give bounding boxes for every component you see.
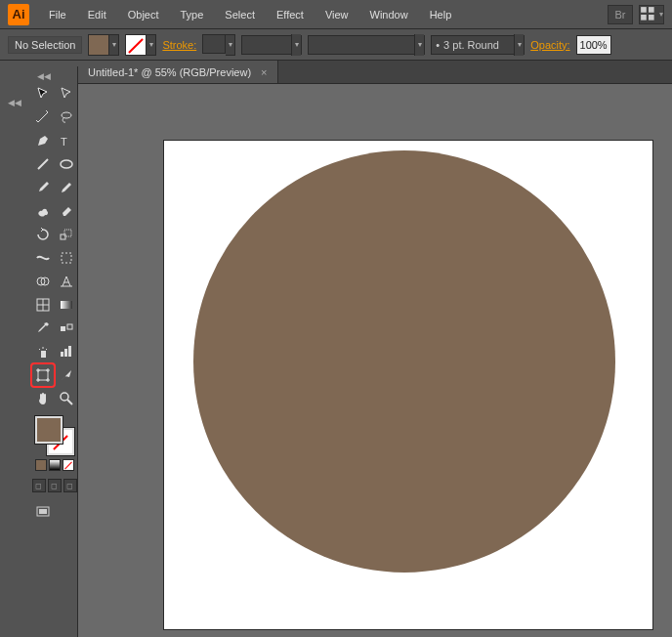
app-illustrator-icon: Ai [8, 4, 29, 25]
close-tab-icon[interactable]: × [261, 66, 267, 78]
menu-select[interactable]: Select [215, 5, 265, 24]
ellipse-shape[interactable] [193, 150, 615, 573]
opacity-label[interactable]: Opacity: [530, 39, 569, 51]
variable-width-profile-dropdown[interactable]: ▾ [241, 35, 302, 55]
magic-wand-tool[interactable] [31, 106, 55, 129]
grid-icon [640, 6, 657, 23]
gradient-tool[interactable] [55, 293, 78, 317]
opacity-value-field[interactable]: 100% [576, 35, 611, 55]
tools-collapse-icon[interactable]: ◀◀ [31, 70, 77, 82]
ellipse-tool[interactable] [55, 152, 78, 176]
menu-window[interactable]: Window [360, 5, 418, 24]
menu-type[interactable]: Type [171, 5, 214, 24]
fill-swatch [88, 34, 109, 56]
menu-effect[interactable]: Effect [267, 5, 314, 24]
screen-mode-buttons [31, 504, 77, 520]
blend-tool[interactable] [55, 317, 78, 340]
dot-icon: • [436, 39, 440, 51]
color-controls: ◻ ◻ ◻ [31, 410, 77, 498]
svg-point-4 [62, 112, 71, 118]
svg-rect-19 [64, 349, 67, 357]
blob-brush-tool[interactable] [31, 199, 55, 223]
svg-rect-0 [641, 7, 647, 13]
svg-text:T: T [61, 136, 67, 148]
shape-builder-tool[interactable] [31, 270, 55, 293]
column-graph-tool[interactable] [55, 340, 78, 363]
svg-rect-16 [67, 324, 72, 329]
hand-tool[interactable] [31, 387, 55, 410]
color-mode-swatches [35, 459, 74, 471]
goto-bridge-button[interactable]: Br [608, 5, 633, 24]
brush-preset-dropdown[interactable]: •3 pt. Round ▾ [431, 35, 525, 55]
svg-line-6 [38, 159, 48, 169]
brush-preset-label: 3 pt. Round [443, 39, 499, 51]
menu-help[interactable]: Help [420, 5, 462, 24]
menu-bar: Ai File Edit Object Type Select Effect V… [0, 0, 672, 29]
fill-color-control[interactable]: ▾ [88, 34, 119, 56]
tool-grid: T [31, 82, 77, 410]
color-mode-none[interactable] [63, 459, 74, 471]
document-tabs: Untitled-1* @ 55% (RGB/Preview) × [78, 61, 672, 84]
eyedropper-tool[interactable] [31, 317, 55, 340]
width-tool[interactable] [31, 246, 55, 270]
selection-tool[interactable] [31, 82, 55, 106]
screen-mode-button[interactable] [35, 504, 51, 520]
workspace-switcher-button[interactable]: ▾ [639, 5, 664, 24]
menu-object[interactable]: Object [118, 5, 169, 24]
scale-tool[interactable] [55, 223, 78, 246]
menu-view[interactable]: View [315, 5, 358, 24]
color-mode-solid[interactable] [35, 459, 47, 471]
menu-file[interactable]: File [39, 5, 76, 24]
lasso-tool[interactable] [55, 106, 78, 129]
tools-panel: ◀◀ T [31, 66, 78, 637]
fill-stroke-indicator[interactable] [35, 416, 74, 455]
svg-line-23 [67, 400, 72, 404]
draw-inside-button[interactable]: ◻ [63, 479, 77, 492]
selection-status: No Selection [8, 36, 82, 54]
perspective-grid-tool[interactable] [55, 270, 78, 293]
svg-rect-25 [39, 509, 47, 514]
workspace: ◀◀ ◀◀ T [0, 61, 672, 637]
artboard [164, 141, 652, 629]
canvas-viewport[interactable] [78, 84, 672, 637]
artboard-tool[interactable] [31, 363, 55, 387]
svg-rect-15 [61, 326, 65, 331]
svg-rect-3 [649, 15, 654, 21]
menu-edit[interactable]: Edit [78, 5, 116, 24]
draw-behind-button[interactable]: ◻ [48, 479, 62, 492]
slice-tool[interactable] [55, 363, 78, 387]
symbol-sprayer-tool[interactable] [31, 340, 55, 363]
stroke-weight-field[interactable] [202, 34, 226, 54]
panel-collapse-icon[interactable]: ◀◀ [0, 98, 25, 111]
draw-normal-button[interactable]: ◻ [32, 479, 46, 492]
line-segment-tool[interactable] [31, 152, 55, 176]
chevron-down-icon: ▾ [291, 34, 301, 56]
free-transform-tool[interactable] [55, 246, 78, 270]
color-mode-gradient[interactable] [49, 459, 61, 471]
stroke-color-control[interactable]: ▾ [125, 34, 156, 56]
app-window: Ai File Edit Object Type Select Effect V… [0, 0, 672, 637]
fill-color-box[interactable] [35, 416, 63, 444]
document-area: Untitled-1* @ 55% (RGB/Preview) × [78, 61, 672, 637]
mesh-tool[interactable] [31, 293, 55, 317]
svg-rect-20 [68, 346, 71, 357]
rotate-tool[interactable] [31, 223, 55, 246]
stroke-weight-control[interactable]: ▾ [202, 34, 235, 56]
svg-rect-18 [61, 352, 63, 357]
zoom-tool[interactable] [55, 387, 78, 410]
stroke-label[interactable]: Stroke: [162, 39, 196, 51]
type-tool[interactable]: T [55, 129, 78, 152]
svg-rect-2 [641, 15, 647, 21]
draw-mode-buttons: ◻ ◻ ◻ [32, 479, 77, 492]
direct-selection-tool[interactable] [55, 82, 78, 106]
eraser-tool[interactable] [55, 199, 78, 223]
pencil-tool[interactable] [55, 176, 78, 199]
brush-definition-dropdown[interactable]: ▾ [308, 35, 425, 55]
document-tab[interactable]: Untitled-1* @ 55% (RGB/Preview) × [78, 61, 278, 83]
svg-rect-17 [41, 351, 46, 358]
chevron-down-icon: ▾ [109, 34, 119, 56]
chevron-down-icon: ▾ [514, 34, 524, 56]
svg-rect-10 [62, 253, 71, 263]
pen-tool[interactable] [31, 129, 55, 152]
paintbrush-tool[interactable] [31, 176, 55, 199]
